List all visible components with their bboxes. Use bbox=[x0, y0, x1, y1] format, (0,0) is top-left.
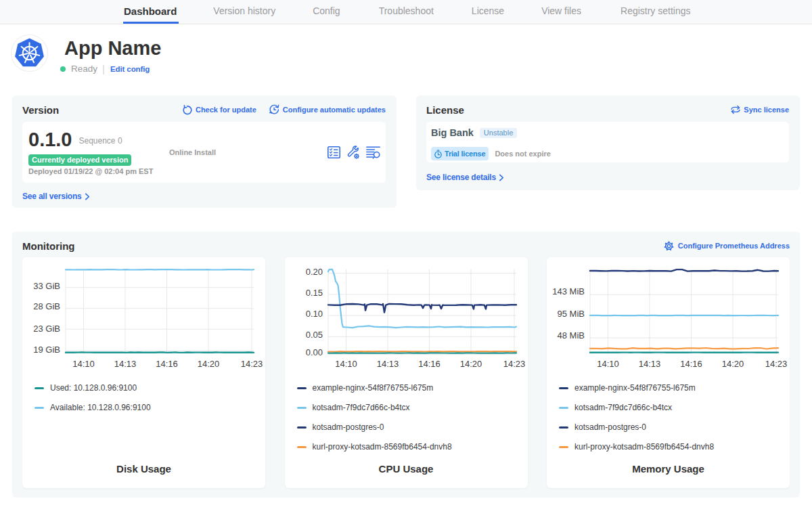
svg-text:14:13: 14:13 bbox=[376, 359, 399, 369]
svg-text:14:20: 14:20 bbox=[459, 359, 482, 369]
svg-text:143 MiB: 143 MiB bbox=[552, 286, 585, 297]
svg-text:14:13: 14:13 bbox=[114, 359, 137, 369]
svg-text:0.00: 0.00 bbox=[305, 347, 322, 357]
svg-text:14:13: 14:13 bbox=[639, 359, 661, 369]
svg-text:0.05: 0.05 bbox=[305, 330, 322, 340]
svg-text:14:16: 14:16 bbox=[418, 359, 441, 369]
svg-text:14:20: 14:20 bbox=[198, 359, 220, 369]
svg-text:14:23: 14:23 bbox=[503, 359, 525, 369]
svg-text:14:10: 14:10 bbox=[597, 359, 619, 369]
svg-text:95 MiB: 95 MiB bbox=[558, 309, 585, 319]
svg-text:14:10: 14:10 bbox=[335, 359, 357, 369]
svg-text:0.20: 0.20 bbox=[305, 267, 322, 277]
svg-text:14:23: 14:23 bbox=[241, 359, 263, 369]
svg-text:23 GiB: 23 GiB bbox=[33, 324, 60, 334]
svg-text:14:23: 14:23 bbox=[765, 359, 788, 369]
svg-text:14:16: 14:16 bbox=[156, 359, 178, 369]
svg-text:0.10: 0.10 bbox=[305, 309, 322, 319]
svg-text:28 GiB: 28 GiB bbox=[33, 301, 60, 311]
svg-text:19 GiB: 19 GiB bbox=[33, 345, 60, 355]
svg-text:33 GiB: 33 GiB bbox=[33, 281, 60, 291]
svg-text:48 MiB: 48 MiB bbox=[558, 330, 585, 341]
svg-text:14:10: 14:10 bbox=[72, 359, 95, 369]
svg-text:14:20: 14:20 bbox=[722, 359, 744, 369]
svg-text:0.15: 0.15 bbox=[305, 288, 322, 298]
svg-text:14:16: 14:16 bbox=[680, 359, 702, 369]
